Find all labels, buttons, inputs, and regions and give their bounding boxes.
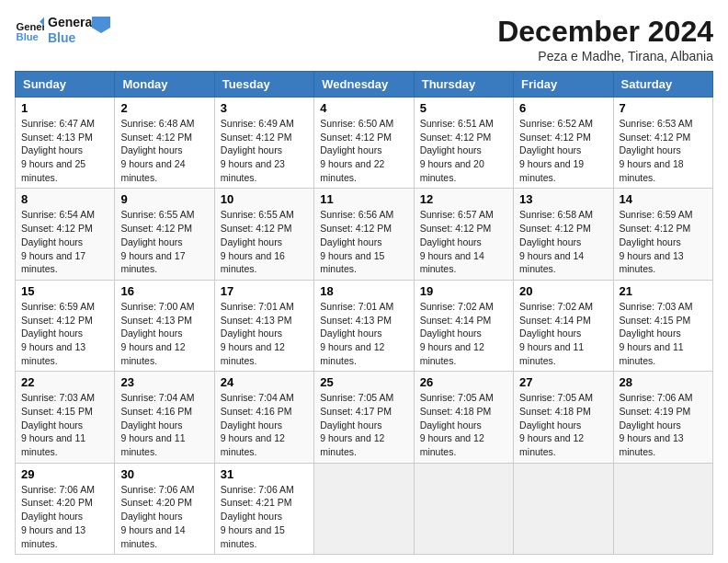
logo-flag-icon bbox=[92, 17, 110, 35]
calendar-cell: 16Sunrise: 7:00 AMSunset: 4:13 PMDayligh… bbox=[115, 280, 214, 371]
day-info: Sunrise: 7:01 AMSunset: 4:13 PMDaylight … bbox=[221, 300, 308, 367]
day-info: Sunrise: 7:01 AMSunset: 4:13 PMDaylight … bbox=[320, 300, 407, 367]
day-info: Sunrise: 7:06 AMSunset: 4:20 PMDaylight … bbox=[120, 483, 208, 550]
day-number: 26 bbox=[420, 375, 507, 389]
day-number: 9 bbox=[120, 192, 208, 206]
logo-general-text: General bbox=[48, 15, 96, 30]
calendar-cell: 20Sunrise: 7:02 AMSunset: 4:14 PMDayligh… bbox=[514, 280, 613, 371]
calendar-cell: 25Sunrise: 7:05 AMSunset: 4:17 PMDayligh… bbox=[314, 372, 414, 463]
day-number: 12 bbox=[420, 192, 507, 206]
day-info: Sunrise: 7:04 AMSunset: 4:16 PMDaylight … bbox=[221, 391, 308, 458]
calendar-week-row: 29Sunrise: 7:06 AMSunset: 4:20 PMDayligh… bbox=[16, 463, 713, 554]
day-number: 13 bbox=[519, 192, 607, 206]
logo-blue-text: Blue bbox=[48, 30, 96, 46]
day-number: 27 bbox=[519, 375, 607, 389]
calendar-cell: 11Sunrise: 6:56 AMSunset: 4:12 PMDayligh… bbox=[314, 189, 414, 280]
calendar-table: SundayMondayTuesdayWednesdayThursdayFrid… bbox=[15, 71, 713, 555]
day-number: 7 bbox=[620, 101, 707, 115]
day-info: Sunrise: 6:54 AMSunset: 4:12 PMDaylight … bbox=[21, 208, 108, 275]
day-info: Sunrise: 7:03 AMSunset: 4:15 PMDaylight … bbox=[620, 300, 707, 367]
calendar-week-row: 22Sunrise: 7:03 AMSunset: 4:15 PMDayligh… bbox=[16, 372, 713, 463]
day-info: Sunrise: 7:05 AMSunset: 4:18 PMDaylight … bbox=[519, 391, 607, 458]
day-number: 20 bbox=[519, 284, 607, 298]
calendar-cell: 9Sunrise: 6:55 AMSunset: 4:12 PMDaylight… bbox=[115, 189, 214, 280]
day-number: 30 bbox=[120, 467, 208, 481]
calendar-cell: 27Sunrise: 7:05 AMSunset: 4:18 PMDayligh… bbox=[514, 372, 613, 463]
calendar-cell: 22Sunrise: 7:03 AMSunset: 4:15 PMDayligh… bbox=[16, 372, 115, 463]
calendar-cell: 5Sunrise: 6:51 AMSunset: 4:12 PMDaylight… bbox=[414, 98, 513, 189]
calendar-cell: 30Sunrise: 7:06 AMSunset: 4:20 PMDayligh… bbox=[115, 463, 214, 554]
day-number: 17 bbox=[221, 284, 308, 298]
col-header-friday: Friday bbox=[514, 72, 613, 98]
calendar-cell: 14Sunrise: 6:59 AMSunset: 4:12 PMDayligh… bbox=[613, 189, 712, 280]
day-info: Sunrise: 6:53 AMSunset: 4:12 PMDaylight … bbox=[620, 117, 707, 184]
day-info: Sunrise: 6:47 AMSunset: 4:13 PMDaylight … bbox=[21, 117, 108, 184]
day-number: 15 bbox=[21, 284, 108, 298]
day-number: 23 bbox=[120, 375, 208, 389]
location-subtitle: Peza e Madhe, Tirana, Albania bbox=[497, 49, 713, 63]
day-number: 22 bbox=[21, 375, 108, 389]
calendar-cell: 2Sunrise: 6:48 AMSunset: 4:12 PMDaylight… bbox=[115, 98, 214, 189]
calendar-cell bbox=[314, 463, 414, 554]
calendar-header-row: SundayMondayTuesdayWednesdayThursdayFrid… bbox=[16, 72, 713, 98]
calendar-cell: 17Sunrise: 7:01 AMSunset: 4:13 PMDayligh… bbox=[214, 280, 313, 371]
col-header-sunday: Sunday bbox=[16, 72, 115, 98]
calendar-cell: 10Sunrise: 6:55 AMSunset: 4:12 PMDayligh… bbox=[214, 189, 313, 280]
calendar-cell: 24Sunrise: 7:04 AMSunset: 4:16 PMDayligh… bbox=[214, 372, 313, 463]
day-number: 16 bbox=[120, 284, 208, 298]
day-number: 19 bbox=[420, 284, 507, 298]
calendar-cell: 6Sunrise: 6:52 AMSunset: 4:12 PMDaylight… bbox=[514, 98, 613, 189]
day-number: 3 bbox=[221, 101, 308, 115]
col-header-wednesday: Wednesday bbox=[314, 72, 414, 98]
calendar-cell: 29Sunrise: 7:06 AMSunset: 4:20 PMDayligh… bbox=[16, 463, 115, 554]
calendar-cell bbox=[514, 463, 613, 554]
logo-icon: General Blue bbox=[15, 16, 44, 45]
day-info: Sunrise: 6:55 AMSunset: 4:12 PMDaylight … bbox=[221, 208, 308, 275]
day-info: Sunrise: 7:02 AMSunset: 4:14 PMDaylight … bbox=[519, 300, 607, 367]
calendar-cell bbox=[613, 463, 712, 554]
day-info: Sunrise: 7:05 AMSunset: 4:17 PMDaylight … bbox=[320, 391, 407, 458]
calendar-cell: 26Sunrise: 7:05 AMSunset: 4:18 PMDayligh… bbox=[414, 372, 513, 463]
calendar-cell: 12Sunrise: 6:57 AMSunset: 4:12 PMDayligh… bbox=[414, 189, 513, 280]
day-number: 28 bbox=[620, 375, 707, 389]
day-info: Sunrise: 7:00 AMSunset: 4:13 PMDaylight … bbox=[120, 300, 208, 367]
day-info: Sunrise: 7:04 AMSunset: 4:16 PMDaylight … bbox=[120, 391, 208, 458]
calendar-week-row: 8Sunrise: 6:54 AMSunset: 4:12 PMDaylight… bbox=[16, 189, 713, 280]
day-info: Sunrise: 7:06 AMSunset: 4:19 PMDaylight … bbox=[620, 391, 707, 458]
col-header-thursday: Thursday bbox=[414, 72, 513, 98]
calendar-week-row: 1Sunrise: 6:47 AMSunset: 4:13 PMDaylight… bbox=[16, 98, 713, 189]
svg-text:Blue: Blue bbox=[17, 31, 39, 42]
day-info: Sunrise: 6:59 AMSunset: 4:12 PMDaylight … bbox=[620, 208, 707, 275]
calendar-cell: 1Sunrise: 6:47 AMSunset: 4:13 PMDaylight… bbox=[16, 98, 115, 189]
day-info: Sunrise: 6:59 AMSunset: 4:12 PMDaylight … bbox=[21, 300, 108, 367]
col-header-monday: Monday bbox=[115, 72, 214, 98]
day-number: 5 bbox=[420, 101, 507, 115]
calendar-week-row: 15Sunrise: 6:59 AMSunset: 4:12 PMDayligh… bbox=[16, 280, 713, 371]
day-info: Sunrise: 6:51 AMSunset: 4:12 PMDaylight … bbox=[420, 117, 507, 184]
month-title: December 2024 bbox=[497, 15, 713, 49]
svg-text:General: General bbox=[17, 21, 44, 32]
day-info: Sunrise: 6:52 AMSunset: 4:12 PMDaylight … bbox=[519, 117, 607, 184]
page-header: General Blue General Blue December 2024 … bbox=[15, 15, 713, 63]
calendar-cell: 21Sunrise: 7:03 AMSunset: 4:15 PMDayligh… bbox=[613, 280, 712, 371]
title-area: December 2024 Peza e Madhe, Tirana, Alba… bbox=[497, 15, 713, 63]
day-number: 25 bbox=[320, 375, 407, 389]
calendar-cell: 15Sunrise: 6:59 AMSunset: 4:12 PMDayligh… bbox=[16, 280, 115, 371]
day-number: 4 bbox=[320, 101, 407, 115]
day-info: Sunrise: 7:03 AMSunset: 4:15 PMDaylight … bbox=[21, 391, 108, 458]
day-info: Sunrise: 6:56 AMSunset: 4:12 PMDaylight … bbox=[320, 208, 407, 275]
day-number: 18 bbox=[320, 284, 407, 298]
day-info: Sunrise: 6:50 AMSunset: 4:12 PMDaylight … bbox=[320, 117, 407, 184]
calendar-cell: 13Sunrise: 6:58 AMSunset: 4:12 PMDayligh… bbox=[514, 189, 613, 280]
day-number: 24 bbox=[221, 375, 308, 389]
day-number: 14 bbox=[620, 192, 707, 206]
day-number: 11 bbox=[320, 192, 407, 206]
calendar-cell: 19Sunrise: 7:02 AMSunset: 4:14 PMDayligh… bbox=[414, 280, 513, 371]
calendar-cell: 7Sunrise: 6:53 AMSunset: 4:12 PMDaylight… bbox=[613, 98, 712, 189]
day-info: Sunrise: 6:48 AMSunset: 4:12 PMDaylight … bbox=[120, 117, 208, 184]
day-number: 21 bbox=[620, 284, 707, 298]
calendar-cell: 4Sunrise: 6:50 AMSunset: 4:12 PMDaylight… bbox=[314, 98, 414, 189]
day-info: Sunrise: 6:55 AMSunset: 4:12 PMDaylight … bbox=[120, 208, 208, 275]
logo: General Blue General Blue bbox=[15, 15, 110, 46]
day-info: Sunrise: 7:06 AMSunset: 4:21 PMDaylight … bbox=[221, 483, 308, 550]
